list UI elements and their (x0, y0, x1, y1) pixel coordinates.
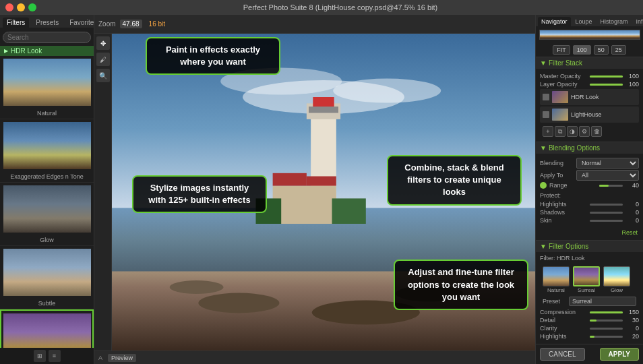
window-controls[interactable] (5, 3, 36, 11)
minimize-button[interactable] (17, 3, 25, 11)
shadows-value: 0 (625, 209, 639, 216)
tab-navigator[interactable]: Navigator (538, 17, 571, 26)
apply-button[interactable]: APPLY (600, 348, 639, 361)
navigator-thumbnail (539, 30, 640, 40)
filter-options-header[interactable]: ▼ Filter Options (536, 240, 643, 252)
preset-item-name: Natural (0, 109, 94, 119)
thumb-bg-glow (3, 185, 91, 233)
maximize-button[interactable] (28, 3, 36, 11)
status-label: A (98, 355, 102, 361)
highlights-slider[interactable] (590, 204, 623, 206)
filter-option-surreal[interactable]: Surreal (572, 266, 601, 293)
mask-filter-button[interactable]: ◑ (567, 126, 578, 137)
layer-opacity-slider[interactable] (590, 84, 623, 86)
nav-25-button[interactable]: 25 (611, 45, 626, 55)
delete-filter-button[interactable]: 🗑 (591, 126, 602, 137)
filter-option-natural[interactable]: Natural (542, 266, 570, 293)
filter-eye-icon[interactable] (543, 111, 549, 118)
shadows-slider[interactable] (590, 212, 623, 214)
list-item[interactable]: Exaggerated Edges n Tone (0, 122, 94, 183)
highlights2-label: Highlights (540, 333, 587, 340)
right-tabs: Navigator Loupe Histogram Info (536, 15, 643, 26)
list-item[interactable]: Glow (0, 185, 94, 246)
move-tool[interactable]: ✥ (96, 36, 110, 50)
detail-slider[interactable] (590, 320, 623, 322)
tab-loupe[interactable]: Loupe (572, 17, 596, 26)
range-row: Range 40 (540, 182, 639, 189)
list-icon[interactable]: ≡ (49, 350, 61, 362)
category-header[interactable]: ▶ HDR Look (0, 46, 94, 56)
nav-fit-button[interactable]: FIT (553, 45, 570, 55)
master-opacity-slider[interactable] (590, 75, 623, 78)
add-filter-button[interactable]: + (543, 126, 553, 137)
list-item[interactable]: Surreal (0, 309, 94, 348)
callout-combine-text: Combine, stack & blend filters to create… (404, 162, 503, 197)
zoom-tool[interactable]: 🔍 (96, 69, 110, 82)
range-slider[interactable] (599, 185, 623, 187)
svg-point-3 (333, 79, 441, 103)
svg-rect-10 (273, 173, 307, 186)
close-button[interactable] (5, 3, 13, 11)
filter-eye-icon[interactable] (543, 94, 549, 100)
filter-stack-header[interactable]: ▼ Filter Stack (536, 57, 643, 69)
cancel-button[interactable]: CANCEL (540, 348, 585, 361)
detail-fill (590, 320, 596, 322)
preset-thumbnail (3, 122, 91, 169)
category-name: HDR Look (11, 47, 42, 55)
nav-50-button[interactable]: 50 (594, 45, 609, 55)
zoom-value[interactable]: 47.68 (120, 20, 142, 28)
search-input[interactable] (3, 32, 91, 43)
filter-thumbnail (552, 91, 568, 103)
reset-link[interactable]: Reset (621, 229, 638, 236)
canvas-area: Zoom 47.68 16 bit ✥ 🖌 🔍 (94, 15, 535, 364)
range-label: Range (549, 182, 596, 189)
callout-combine: Combine, stack & blend filters to create… (387, 155, 522, 206)
search-bar[interactable] (0, 28, 94, 46)
highlights-label: Highlights (540, 201, 587, 208)
filter-option-thumb-natural (543, 266, 570, 286)
filter-options-content: Filter: HDR Look Natural Surreal Glow Pr… (536, 252, 643, 344)
preset-item-name: Exaggerated Edges n Tone (0, 172, 94, 182)
filter-option-glow[interactable]: Glow (603, 266, 631, 293)
clarity-slider[interactable] (590, 328, 623, 330)
blending-options-header[interactable]: ▼ Blending Options (536, 142, 643, 154)
skin-slider[interactable] (590, 220, 623, 222)
filter-stack-content: Master Opacity 100 Layer Opacity 100 HDR… (536, 69, 643, 142)
filter-item-hdr[interactable]: HDR Look (540, 89, 639, 105)
canvas-toolbar: Zoom 47.68 16 bit (94, 15, 535, 34)
tab-histogram[interactable]: Histogram (597, 17, 632, 26)
image-area: Paint in effects exactly where you want … (112, 34, 535, 351)
preview-button[interactable]: Preview (108, 354, 136, 362)
clarity-row: Clarity 0 (540, 325, 639, 332)
compression-slider[interactable] (590, 311, 623, 313)
svg-point-14 (198, 293, 279, 313)
master-opacity-label: Master Opacity (540, 73, 587, 80)
copy-filter-button[interactable]: ⧉ (555, 126, 565, 137)
list-item[interactable]: Subtle (0, 249, 94, 309)
highlights2-value: 20 (625, 333, 639, 340)
brush-tool[interactable]: 🖌 (96, 53, 110, 66)
filter-option-name-glow: Glow (603, 287, 631, 293)
clarity-value: 0 (625, 325, 639, 332)
settings-filter-button[interactable]: ⚙ (579, 126, 590, 137)
range-fill (599, 185, 609, 187)
grid-icon[interactable]: ⊞ (34, 350, 46, 362)
nav-100-button[interactable]: 100 (573, 45, 591, 55)
blending-row: Blending Normal (540, 158, 639, 169)
preset-row: Preset Surreal (540, 295, 639, 307)
tab-filters[interactable]: Filters (3, 18, 29, 28)
highlights2-slider[interactable] (590, 336, 623, 338)
filter-item-lighthouse[interactable]: LightHouse (540, 107, 639, 123)
list-item[interactable]: Natural (0, 59, 94, 119)
zoom-label: Zoom (98, 20, 116, 28)
skin-row: Skin 0 (540, 217, 639, 224)
tab-info[interactable]: Info (633, 17, 643, 26)
tab-presets[interactable]: Presets (32, 18, 63, 28)
apply-to-select[interactable]: All (576, 170, 639, 181)
blending-options-arrow-icon: ▼ (540, 144, 547, 152)
title-bar: Perfect Photo Suite 8 (LightHouse copy.p… (0, 0, 643, 15)
blending-select[interactable]: Normal (576, 158, 639, 169)
filter-item-name: LightHouse (571, 111, 636, 118)
blending-label: Blending (540, 160, 574, 166)
master-opacity-fill (590, 75, 623, 78)
